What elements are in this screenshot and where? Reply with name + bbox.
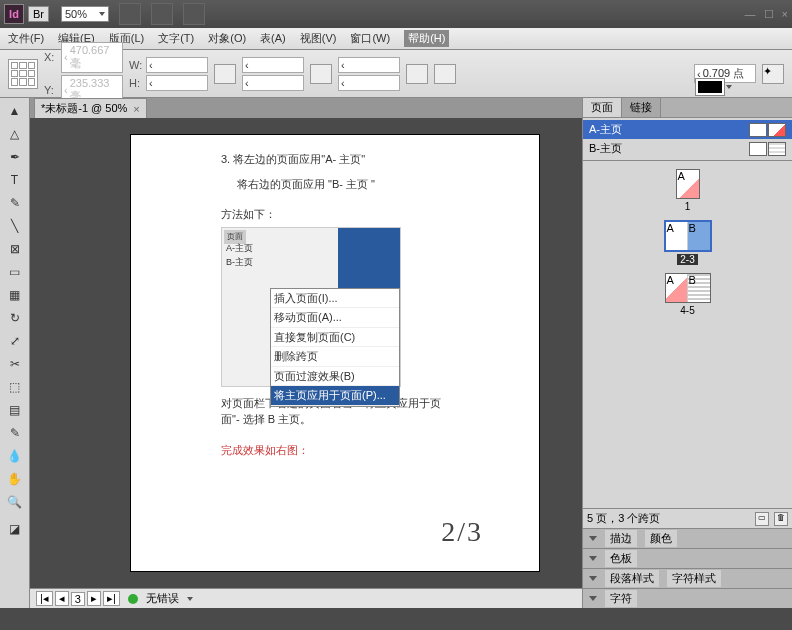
preflight-status-icon[interactable] [128,594,138,604]
new-page-icon[interactable]: ▭ [755,512,769,526]
spread-1[interactable]: A 1 [676,169,700,212]
h-input[interactable]: ‹ [146,75,208,91]
minimize-icon[interactable]: — [745,8,756,21]
close-icon[interactable]: × [782,8,788,21]
type-tool[interactable]: T [3,169,27,191]
rectangle-tool[interactable]: ▭ [3,261,27,283]
rectangle-frame-tool[interactable]: ⊠ [3,238,27,260]
toolbox: ▲ △ ✒ T ✎ ╲ ⊠ ▭ ▦ ↻ ⤢ ✂ ⬚ ▤ ✎ 💧 ✋ 🔍 ◪ [0,98,30,608]
arrange-icon[interactable] [151,3,173,25]
menu-window[interactable]: 窗口(W) [350,31,390,46]
master-b-row[interactable]: B-主页 [583,139,792,158]
close-tab-icon[interactable]: × [133,103,139,115]
scale-y-input[interactable]: ‹ [242,75,304,91]
paragraph-styles-tab[interactable]: 段落样式 [605,570,659,587]
line-tool[interactable]: ╲ [3,215,27,237]
menu-type[interactable]: 文字(T) [158,31,194,46]
reference-point[interactable] [8,59,38,89]
page-field[interactable]: 3 [71,592,85,606]
menu-object[interactable]: 对象(O) [208,31,246,46]
scale-tool[interactable]: ⤢ [3,330,27,352]
first-page-btn[interactable]: |◂ [36,591,53,606]
flip-v-icon[interactable] [434,64,456,84]
pages-panel-footer: 5 页，3 个跨页 ▭🗑 [583,508,792,528]
color-panel-tab[interactable]: 颜色 [645,530,677,547]
free-transform-tool[interactable]: ⬚ [3,376,27,398]
fill-stroke-toggle[interactable]: ◪ [3,518,27,540]
character-styles-tab[interactable]: 字符样式 [667,570,721,587]
shear-input[interactable]: ‹ [338,75,400,91]
embedded-screenshot: 页面 A-主页 B-主页 插入页面(I)... 移动页面(A)... 直接复制页… [221,227,401,387]
document-tab[interactable]: *未标题-1 @ 50%× [34,98,147,118]
swatches-panel-tab[interactable]: 色板 [605,550,637,567]
app-icon: Id [4,4,24,24]
status-bar: |◂ ◂ 3 ▸ ▸| 无错误 [30,588,582,608]
pages-panel-tab[interactable]: 页面 [583,98,622,117]
maximize-icon[interactable]: ☐ [764,8,774,21]
direct-selection-tool[interactable]: △ [3,123,27,145]
menu-view[interactable]: 视图(V) [300,31,337,46]
preflight-text: 无错误 [146,591,179,606]
prev-page-btn[interactable]: ◂ [55,591,69,606]
gradient-tool[interactable]: ▤ [3,399,27,421]
page-number: 2/3 [441,511,483,553]
menu-help[interactable]: 帮助(H) [404,30,449,47]
bridge-button[interactable]: Br [28,6,49,22]
character-panel-tab[interactable]: 字符 [605,590,637,607]
scissors-tool[interactable]: ✂ [3,353,27,375]
panels: 页面 链接 A-主页 B-主页 A 1 AB 2-3 AB 4-5 5 页，3 … [582,98,792,608]
view-options-icon[interactable] [183,3,205,25]
note-tool[interactable]: ✎ [3,422,27,444]
rotate-input[interactable]: ‹ [338,57,400,73]
x-input[interactable]: ‹470.667 毫 [61,42,123,73]
scale-x-input[interactable]: ‹ [242,57,304,73]
zoom-select[interactable]: 50% [61,6,109,22]
rotate-tool[interactable]: ↻ [3,307,27,329]
link-scale-icon[interactable] [310,64,332,84]
selection-tool[interactable]: ▲ [3,100,27,122]
hand-tool[interactable]: ✋ [3,468,27,490]
pen-tool[interactable]: ✒ [3,146,27,168]
spread-3[interactable]: AB 4-5 [665,273,711,316]
spread-2[interactable]: AB 2-3 [664,220,712,265]
grid-tool[interactable]: ▦ [3,284,27,306]
control-bar: X:‹470.667 毫 Y:‹235.333 毫 W:‹ H:‹ ‹ ‹ ‹ … [0,50,792,98]
flip-h-icon[interactable] [406,64,428,84]
pencil-tool[interactable]: ✎ [3,192,27,214]
fill-swatch[interactable] [696,79,724,95]
menu-table[interactable]: 表(A) [260,31,286,46]
zoom-tool[interactable]: 🔍 [3,491,27,513]
eyedropper-tool[interactable]: 💧 [3,445,27,467]
w-input[interactable]: ‹ [146,57,208,73]
menu-file[interactable]: 文件(F) [8,31,44,46]
links-panel-tab[interactable]: 链接 [622,98,661,117]
link-wh-icon[interactable] [214,64,236,84]
delete-page-icon[interactable]: 🗑 [774,512,788,526]
stroke-panel-tab[interactable]: 描边 [605,530,637,547]
master-a-row[interactable]: A-主页 [583,120,792,139]
page: 3. 将左边的页面应用"A- 主页" 将右边的页面应用 "B- 主页 " 方法如… [130,134,540,572]
next-page-btn[interactable]: ▸ [87,591,101,606]
quick-apply-icon[interactable]: ✦ [762,64,784,84]
screen-mode-icon[interactable] [119,3,141,25]
last-page-btn[interactable]: ▸| [103,591,120,606]
canvas[interactable]: 3. 将左边的页面应用"A- 主页" 将右边的页面应用 "B- 主页 " 方法如… [30,118,582,588]
